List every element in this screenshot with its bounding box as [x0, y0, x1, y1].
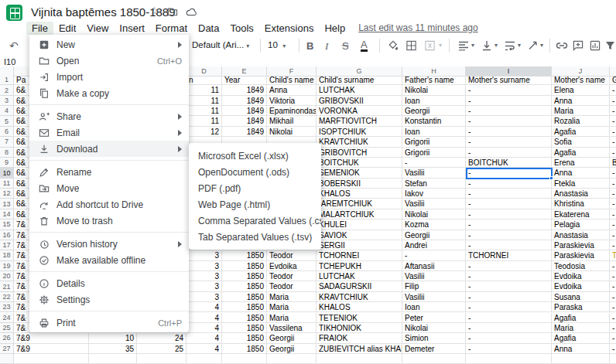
- cell-E2[interactable]: 1849: [222, 85, 267, 95]
- file-menu-item-rename[interactable]: Rename: [29, 164, 189, 180]
- cell-H5[interactable]: Konstantin: [402, 116, 466, 126]
- cell-I6[interactable]: -: [466, 127, 552, 137]
- cell-K21[interactable]: -: [610, 281, 616, 291]
- cell-I14[interactable]: -: [466, 209, 552, 219]
- cell-G14[interactable]: MALARTCHIUK: [317, 209, 402, 219]
- cell-D22[interactable]: 3: [187, 292, 222, 302]
- cell-D21[interactable]: 3: [187, 281, 222, 291]
- strikethrough-button[interactable]: S: [342, 41, 349, 51]
- cell-E6[interactable]: 1849: [222, 127, 267, 137]
- download-option-comma-separated-values-csv-[interactable]: Comma Separated Values (.csv): [189, 213, 321, 229]
- text-rotation-button[interactable]: [528, 41, 539, 51]
- cell-K12[interactable]: -: [610, 189, 616, 199]
- cell-F4[interactable]: Epaminondas: [267, 106, 317, 116]
- cell-K6[interactable]: -: [610, 127, 616, 137]
- cell-G7[interactable]: KRAVTCHIUK: [317, 137, 402, 147]
- file-menu-item-import[interactable]: Import: [29, 69, 189, 85]
- cell-J6[interactable]: Agafia: [552, 127, 610, 137]
- fill-handle[interactable]: [549, 176, 553, 180]
- row-header-20[interactable]: 20: [0, 271, 14, 281]
- cell-K18[interactable]: T: [610, 250, 616, 260]
- row-header-8[interactable]: 8: [0, 148, 14, 158]
- cell-K20[interactable]: -: [610, 271, 616, 281]
- cell-I18[interactable]: TCHORNEI: [466, 250, 552, 260]
- cell-G20[interactable]: LUTCHAK: [317, 271, 402, 281]
- cell-H26[interactable]: Simion: [402, 333, 466, 343]
- cell-H27[interactable]: Demeter: [402, 344, 466, 354]
- cell-I21[interactable]: -: [466, 281, 552, 291]
- cell-G18[interactable]: TCHORNEI: [317, 250, 402, 260]
- cell-A26[interactable]: 7&9: [14, 333, 89, 343]
- text-rotation-caret[interactable]: ▾: [540, 43, 543, 49]
- font-size-dropdown[interactable]: 10 ▾: [268, 41, 286, 50]
- cell-J3[interactable]: Anna: [552, 96, 610, 106]
- row-header-11[interactable]: 11: [0, 179, 14, 189]
- cell-F19[interactable]: Evdoika: [267, 261, 317, 271]
- cell-G11[interactable]: BOBERSKII: [317, 179, 402, 189]
- row-header-23[interactable]: 23: [0, 302, 14, 312]
- cell-G25[interactable]: TIKHONIOK: [317, 323, 402, 333]
- cell-F24[interactable]: Maria: [267, 313, 317, 323]
- cell-H18[interactable]: -: [402, 250, 466, 260]
- row-header-27[interactable]: 27: [0, 344, 14, 354]
- cell-K15[interactable]: -: [610, 219, 616, 230]
- cell-J16[interactable]: Anastasia: [552, 230, 610, 240]
- cell-B26[interactable]: 10: [89, 333, 137, 343]
- cell-D3[interactable]: 11: [187, 96, 222, 106]
- text-color-button[interactable]: A: [361, 39, 368, 52]
- cell-G10[interactable]: SEMENIOK: [317, 168, 402, 178]
- cell-A27[interactable]: 7&9: [14, 344, 89, 354]
- file-menu-item-version-history[interactable]: Version history: [29, 236, 189, 252]
- row-header-13[interactable]: 13: [0, 199, 14, 209]
- cell-J12[interactable]: Anastasia: [552, 189, 610, 199]
- cell-K16[interactable]: -: [610, 230, 616, 240]
- cell-D5[interactable]: 11: [187, 116, 222, 126]
- cell-K8[interactable]: -: [610, 148, 616, 158]
- cell-D26[interactable]: 4: [187, 333, 222, 343]
- cell-H3[interactable]: Ioan: [402, 96, 466, 106]
- cell-D28[interactable]: [187, 354, 222, 364]
- cell-G15[interactable]: KHULEI: [317, 219, 402, 230]
- cell-F26[interactable]: Georgii: [267, 333, 317, 343]
- cell-H15[interactable]: Kozma: [402, 219, 466, 230]
- cell-G22[interactable]: KRAVTCHIUK: [317, 292, 402, 302]
- cell-D27[interactable]: 4: [187, 344, 222, 354]
- cell-F6[interactable]: Nikolai: [267, 127, 317, 137]
- row-header-6[interactable]: 6: [0, 127, 14, 137]
- cell-J7[interactable]: Sofia: [552, 137, 610, 147]
- cell-I28[interactable]: [466, 354, 552, 364]
- row-header-19[interactable]: 19: [0, 261, 14, 271]
- cell-H9[interactable]: -: [402, 158, 466, 168]
- row-header-5[interactable]: 5: [0, 116, 14, 126]
- cell-H14[interactable]: Nikolai: [402, 209, 466, 219]
- cell-G24[interactable]: TETENIOK: [317, 313, 402, 323]
- file-menu-item-email[interactable]: Email: [29, 124, 189, 141]
- cell-G21[interactable]: SADAGURSKII: [317, 281, 402, 291]
- cell-I17[interactable]: -: [466, 240, 552, 250]
- cell-H2[interactable]: Nikolai: [402, 85, 466, 95]
- last-edit-link[interactable]: Last edit was 11 minutes ago: [358, 22, 478, 33]
- menubar-item-format[interactable]: Format: [150, 22, 193, 35]
- cell-H22[interactable]: Vasilii: [402, 292, 466, 302]
- cell-I5[interactable]: -: [466, 116, 552, 126]
- cell-I11[interactable]: -: [466, 179, 552, 189]
- cell-I2[interactable]: -: [466, 85, 552, 95]
- cell-F25[interactable]: Vassilena: [267, 323, 317, 333]
- menubar-item-file[interactable]: File: [26, 22, 53, 35]
- cell-J18[interactable]: Paraskievia: [552, 250, 610, 260]
- cell-H16[interactable]: Georgii: [402, 230, 466, 240]
- cell-H21[interactable]: Filip: [402, 281, 466, 291]
- download-option-web-page-html-[interactable]: Web Page (.html): [189, 196, 321, 213]
- menubar-item-insert[interactable]: Insert: [114, 22, 150, 35]
- cell-D2[interactable]: 11: [187, 85, 222, 95]
- cell-J15[interactable]: Pelagia: [552, 219, 610, 230]
- vertical-align-button[interactable]: [481, 40, 492, 51]
- cell-G5[interactable]: MARFTIOVITCH: [317, 116, 402, 126]
- cloud-saved-icon[interactable]: [186, 7, 197, 19]
- cell-F2[interactable]: Anna: [267, 85, 317, 95]
- cell-E23[interactable]: 1850: [222, 302, 267, 312]
- row-header-3[interactable]: 3: [0, 96, 14, 106]
- cell-J20[interactable]: Evdoika: [552, 271, 610, 281]
- cell-J9[interactable]: Erena: [552, 158, 610, 168]
- row-header-15[interactable]: 15: [0, 219, 14, 230]
